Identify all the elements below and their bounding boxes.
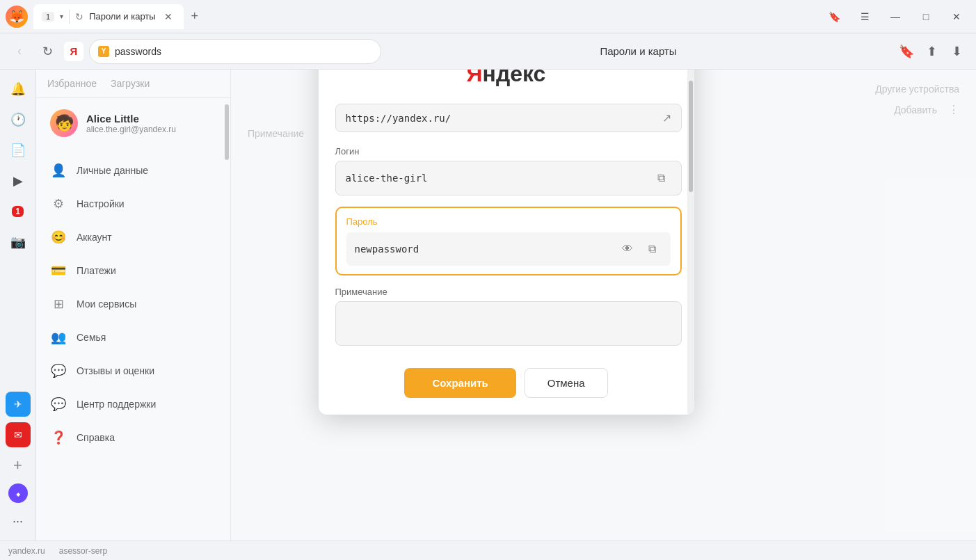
url-open-btn[interactable]: ↗: [662, 111, 671, 125]
close-btn[interactable]: ✕: [943, 6, 970, 28]
active-tab[interactable]: 1 ▾ ↻ Пароли и карты ✕: [33, 4, 184, 29]
tab-bar: 1 ▾ ↻ Пароли и карты ✕ +: [33, 4, 815, 29]
login-actions: ⧉: [652, 168, 671, 188]
menu-support[interactable]: 💬 Центр поддержки: [36, 387, 230, 421]
address-bar[interactable]: Y passwords: [89, 39, 381, 64]
sidebar-scrollbar[interactable]: [225, 104, 229, 160]
title-bar: 🦊 1 ▾ ↻ Пароли и карты ✕ + 🔖 ☰ — □ ✕: [0, 0, 976, 33]
modal-scrollbar-track[interactable]: [687, 70, 694, 415]
password-show-btn[interactable]: 👁: [618, 239, 637, 259]
payments-icon: 💳: [50, 262, 67, 279]
payments-label: Платежи: [77, 265, 116, 276]
badge-icon-btn[interactable]: 1: [4, 198, 32, 225]
menu-family[interactable]: 👥 Семья: [36, 321, 230, 354]
reviews-icon: 💬: [50, 362, 67, 379]
menu-account[interactable]: 😊 Аккаунт: [36, 221, 230, 254]
menu-payments[interactable]: 💳 Платежи: [36, 254, 230, 287]
address-text: passwords: [115, 46, 372, 57]
save-btn[interactable]: Сохранить: [404, 368, 515, 398]
nav-right-buttons: 🔖 ⬆ ⬇: [895, 40, 968, 63]
notifications-icon-btn[interactable]: 🔔: [4, 75, 32, 103]
password-copy-btn[interactable]: ⧉: [643, 239, 662, 259]
bookmark-toolbar-btn[interactable]: 🔖: [820, 6, 848, 28]
add-app-btn[interactable]: +: [4, 451, 32, 479]
downloads-tab[interactable]: Загрузки: [111, 75, 150, 92]
modal-footer: Сохранить Отмена: [319, 357, 694, 415]
refresh-btn[interactable]: ↻: [36, 40, 58, 63]
bottom-url-1: yandex.ru: [8, 546, 45, 556]
help-icon: ❓: [50, 429, 67, 446]
main-content: 🔔 🕐 📄 ▶ 1 📷 ✈ ✉ + ⬥ ···: [0, 70, 976, 541]
personal-data-icon: 👤: [50, 162, 67, 179]
yandex-logo-ndex: ндекс: [483, 70, 546, 86]
modal-overlay: Яндекс ✕ https://yandex.ru/: [231, 70, 976, 541]
modal-body: https://yandex.ru/ ↗ Логин alice-the-gir…: [319, 104, 694, 357]
password-value: newpassword: [355, 243, 612, 255]
sidebar-icons: 🔔 🕐 📄 ▶ 1 📷 ✈ ✉ + ⬥ ···: [0, 70, 36, 541]
password-input-row: newpassword 👁 ⧉: [346, 232, 671, 266]
download-btn[interactable]: ⬇: [945, 40, 968, 63]
menu-btn[interactable]: ☰: [851, 6, 879, 28]
menu-settings[interactable]: ⚙ Настройки: [36, 187, 230, 221]
yandex-logo-y: Я: [467, 70, 483, 86]
login-value: alice-the-girl: [346, 173, 645, 184]
tab-close-btn[interactable]: ✕: [161, 10, 175, 23]
history-icon-btn[interactable]: 🕐: [4, 106, 32, 134]
password-edit-modal: Яндекс ✕ https://yandex.ru/: [319, 70, 694, 415]
passwords-main: Другие устройства Добавить ⋮ Примечание: [231, 70, 976, 541]
tab-loading-icon: ↻: [75, 11, 83, 22]
modal-header: Яндекс ✕: [319, 70, 694, 104]
note-input[interactable]: [335, 301, 682, 346]
address-favicon: Y: [98, 46, 109, 57]
login-field-group: Логин alice-the-girl ⧉: [335, 146, 682, 195]
modal-scrollbar-thumb: [689, 81, 693, 192]
sidebar-menu: 👤 Личные данные ⚙ Настройки 😊 Аккаунт 💳 …: [36, 148, 230, 460]
account-icon: 😊: [50, 229, 67, 246]
login-input-row: alice-the-girl ⧉: [335, 161, 682, 195]
menu-services[interactable]: ⊞ Мои сервисы: [36, 287, 230, 321]
alice-btn[interactable]: ⬥: [7, 482, 29, 504]
new-tab-btn[interactable]: +: [184, 6, 206, 28]
minimize-btn[interactable]: —: [881, 6, 909, 28]
more-btn[interactable]: ···: [4, 507, 32, 535]
yandex-logo-big: Яндекс: [467, 70, 546, 87]
user-info: Alice Little alice.the.girl@yandex.ru: [86, 113, 176, 134]
tab-title: Пароли и карты: [89, 11, 156, 22]
help-label: Справка: [77, 432, 115, 443]
settings-label: Настройки: [77, 198, 125, 209]
share-btn[interactable]: ⬆: [920, 40, 943, 63]
window-controls: 🔖 ☰ — □ ✕: [820, 6, 970, 28]
login-copy-btn[interactable]: ⧉: [652, 168, 671, 188]
yandex-sidebar: Избранное Загрузки 🧒 Alice Little alice.…: [36, 70, 231, 541]
menu-help[interactable]: ❓ Справка: [36, 421, 230, 454]
support-icon: 💬: [50, 396, 67, 413]
bookmark-page-btn[interactable]: 🔖: [895, 40, 918, 63]
menu-personal-data[interactable]: 👤 Личные данные: [36, 154, 230, 187]
app-blue-icon[interactable]: ✈: [6, 392, 31, 417]
user-email: alice.the.girl@yandex.ru: [86, 125, 176, 134]
favorites-tab[interactable]: Избранное: [47, 75, 97, 92]
bookmarks-icon-btn[interactable]: 📄: [4, 136, 32, 164]
settings-icon: ⚙: [50, 195, 67, 212]
passwords-content: Избранное Загрузки 🧒 Alice Little alice.…: [36, 70, 976, 541]
password-actions: 👁 ⧉: [618, 239, 662, 259]
url-value: https://yandex.ru/: [346, 113, 655, 124]
note-field-group: Примечание: [335, 287, 682, 346]
password-label: Пароль: [346, 216, 671, 227]
back-btn[interactable]: ‹: [8, 40, 31, 63]
family-icon: 👥: [50, 329, 67, 346]
menu-reviews[interactable]: 💬 Отзывы и оценки: [36, 354, 230, 387]
account-label: Аккаунт: [77, 232, 112, 243]
play-icon-btn[interactable]: ▶: [4, 167, 32, 195]
app-red-icon[interactable]: ✉: [6, 422, 31, 447]
tab-number: 1: [42, 12, 54, 22]
screenshot-icon-btn[interactable]: 📷: [4, 228, 32, 256]
services-icon: ⊞: [50, 296, 67, 312]
bottom-url-2: asessor-serp: [59, 546, 107, 556]
cancel-btn[interactable]: Отмена: [525, 368, 608, 398]
bottom-url-bar: yandex.ru asessor-serp: [0, 541, 976, 560]
personal-data-label: Личные данные: [77, 165, 148, 176]
tab-dropdown-btn[interactable]: ▾: [60, 13, 63, 20]
yandex-logo-nav[interactable]: Я: [64, 42, 83, 61]
maximize-btn[interactable]: □: [912, 6, 940, 28]
